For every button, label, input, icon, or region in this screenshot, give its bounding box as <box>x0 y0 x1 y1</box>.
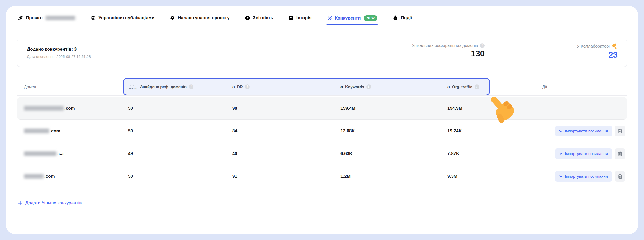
stopwatch-icon <box>393 15 398 21</box>
traffic-cell: 9.3M <box>442 174 516 179</box>
table-header: Домен MAJESTIC Знайдено реф. доменів i a… <box>17 78 627 96</box>
domain-redacted <box>24 106 64 111</box>
domain-redacted <box>24 174 44 179</box>
nav-tab-label: Звітність <box>253 15 273 21</box>
ahrefs-icon: a <box>232 84 235 89</box>
column-header-refs: MAJESTIC Знайдено реф. доменів i <box>123 84 227 89</box>
chevron-down-icon <box>559 175 562 177</box>
majestic-icon: MAJESTIC <box>128 84 138 89</box>
keywords-cell: 159.4M <box>335 106 442 111</box>
plus-icon <box>18 201 22 205</box>
info-icon[interactable]: i <box>480 43 485 48</box>
column-header-traffic: a Org. traffic i <box>442 84 516 89</box>
chevron-down-icon <box>559 130 562 132</box>
nav-tab-label: Історія <box>296 15 312 21</box>
nav-tab-label: Конкуренти <box>335 16 361 21</box>
column-header-domain: Домен <box>17 84 123 89</box>
nav-tab-events[interactable]: Події <box>393 15 412 25</box>
keywords-cell: 1.2M <box>335 174 442 179</box>
actions-cell: Імпортувати посилання <box>516 148 627 159</box>
info-icon[interactable]: i <box>245 84 250 89</box>
info-icon[interactable]: i <box>366 84 371 89</box>
table-row[interactable]: .com 50 84 12.08K 19.74K Імпортувати пос… <box>17 120 627 142</box>
domain-cell: .com <box>17 174 123 179</box>
import-links-button[interactable]: Імпортувати посилання <box>555 148 612 159</box>
trash-icon <box>618 174 622 179</box>
nav-tab-project-settings[interactable]: Налаштування проєкту <box>170 15 229 25</box>
ahrefs-icon: a <box>340 84 343 89</box>
stat-unique-domains: Унікальних реферальних доменів i 130 <box>412 43 485 59</box>
chevron-down-icon <box>559 153 562 155</box>
stat-collaborator: У Коллабораторі 23 <box>577 43 618 60</box>
nav-tab-label: Управління публікаціями <box>98 15 154 21</box>
refs-cell: 50 <box>123 106 227 111</box>
import-links-button[interactable]: Імпортувати посилання <box>555 171 612 182</box>
dr-cell: 40 <box>227 151 335 156</box>
crossed-swords-icon <box>327 16 332 21</box>
added-competitors-label: Додано конкурентів: <box>27 47 73 52</box>
actions-cell: Імпортувати посилання <box>516 171 627 182</box>
info-icon[interactable]: i <box>189 84 193 89</box>
nav-tab-history[interactable]: Історія <box>288 15 312 25</box>
trash-icon <box>618 129 622 133</box>
main-card: Проєкт: Управління публікаціями Налаштув… <box>6 6 638 234</box>
gear-icon <box>170 15 175 21</box>
unique-domains-value: 130 <box>412 49 485 59</box>
table-row[interactable]: .com 50 98 159.4M 194.9M <box>17 97 627 120</box>
add-more-competitors-link[interactable]: Додати більше конкурентів <box>18 200 82 206</box>
new-badge: NEW <box>364 15 377 21</box>
info-icon[interactable]: i <box>475 84 479 89</box>
download-icon <box>288 15 294 21</box>
column-header-dr: a DR i <box>227 84 335 89</box>
collaborator-value: 23 <box>577 50 618 60</box>
top-navigation: Проєкт: Управління публікаціями Налаштув… <box>6 6 638 25</box>
domain-cell: .ca <box>17 151 123 156</box>
trash-icon <box>618 151 622 156</box>
domain-cell: .com <box>17 106 123 111</box>
traffic-cell: 7.87K <box>442 151 516 156</box>
column-header-keywords: a Keywords i <box>335 84 442 89</box>
dr-cell: 98 <box>227 106 335 111</box>
stat-added-competitors: Додано конкурентів: 3 Дата оновлення: 20… <box>27 47 91 59</box>
pointing-down-hand-emoji <box>612 43 618 49</box>
svg-text:MAJESTIC: MAJESTIC <box>129 88 137 89</box>
rocket-icon <box>18 15 23 21</box>
project-name-redacted <box>46 16 75 20</box>
nav-project[interactable]: Проєкт: <box>18 15 75 25</box>
added-competitors-value: 3 <box>74 47 77 52</box>
delete-button[interactable] <box>615 171 625 182</box>
collaborator-label: У Коллабораторі <box>577 44 610 49</box>
table-row[interactable]: .com 50 91 1.2M 9.3M Імпортувати посилан… <box>17 165 627 188</box>
domain-redacted <box>24 129 49 133</box>
keywords-cell: 6.63K <box>335 151 442 156</box>
refs-cell: 49 <box>123 151 227 156</box>
traffic-cell: 194.9M <box>442 106 516 111</box>
dr-cell: 84 <box>227 128 335 134</box>
table-row[interactable]: .ca 49 40 6.63K 7.87K Імпортувати посила… <box>17 142 627 165</box>
nav-tab-competitors[interactable]: Конкуренти NEW <box>327 15 378 25</box>
table-body: .com 50 98 159.4M 194.9M .com 50 84 12.0… <box>17 97 627 188</box>
actions-cell: Імпортувати посилання <box>516 126 627 136</box>
domain-redacted <box>24 151 56 156</box>
unique-domains-label: Унікальних реферальних доменів <box>412 43 478 48</box>
project-label: Проєкт: <box>26 15 43 21</box>
nav-tab-publications[interactable]: Управління публікаціями <box>91 15 154 25</box>
keywords-cell: 12.08K <box>335 128 442 134</box>
nav-tab-label: Налаштування проєкту <box>178 15 229 21</box>
refs-cell: 50 <box>123 128 227 134</box>
nav-tab-label: Події <box>401 15 412 21</box>
updated-date-text: Дата оновлення: 2025-08-27 16:51:28 <box>27 55 91 59</box>
column-header-actions: Дії <box>516 84 627 89</box>
import-links-button[interactable]: Імпортувати посилання <box>555 126 612 136</box>
ahrefs-icon: a <box>447 84 450 89</box>
stats-bar: Додано конкурентів: 3 Дата оновлення: 20… <box>17 39 627 67</box>
layers-icon <box>91 15 96 21</box>
nav-tab-reports[interactable]: Звітність <box>245 15 273 25</box>
traffic-cell: 19.74K <box>442 128 516 134</box>
domain-cell: .com <box>17 128 123 134</box>
competitors-table: Домен MAJESTIC Знайдено реф. доменів i a… <box>17 78 627 188</box>
pie-chart-icon <box>245 15 250 21</box>
delete-button[interactable] <box>615 126 625 136</box>
delete-button[interactable] <box>615 148 625 159</box>
refs-cell: 50 <box>123 174 227 179</box>
